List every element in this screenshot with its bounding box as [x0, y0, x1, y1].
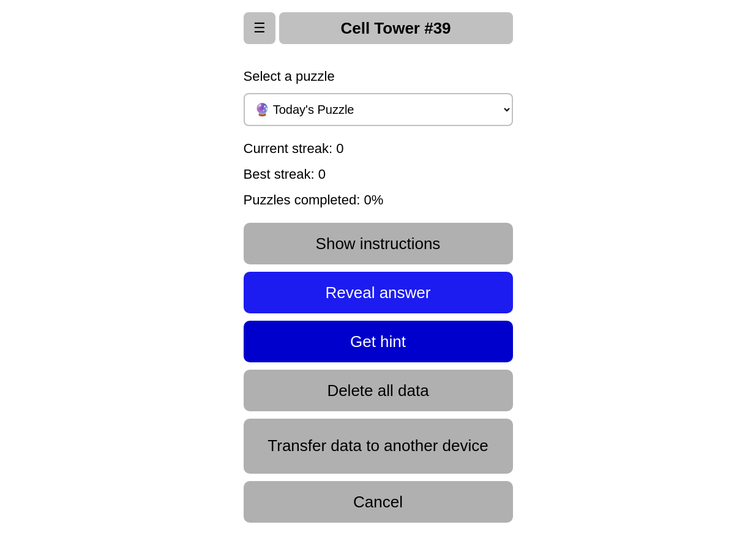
- select-puzzle-label: Select a puzzle: [244, 69, 335, 84]
- page-container: ☰ Cell Tower #39 Select a puzzle 🔮 Today…: [0, 6, 756, 529]
- puzzles-completed-value: 0%: [364, 192, 383, 207]
- delete-all-data-label: Delete all data: [327, 381, 429, 400]
- cancel-button[interactable]: Cancel: [244, 481, 513, 523]
- menu-button[interactable]: ☰: [244, 12, 275, 44]
- best-streak-stat: Best streak: 0: [244, 166, 326, 182]
- buttons-area: Show instructions Reveal answer Get hint…: [244, 223, 513, 523]
- hamburger-icon: ☰: [253, 20, 266, 36]
- app-title: Cell Tower #39: [340, 19, 451, 38]
- transfer-data-button[interactable]: Transfer data to another device: [244, 419, 513, 474]
- current-streak-value: 0: [336, 141, 343, 156]
- title-button[interactable]: Cell Tower #39: [279, 12, 513, 44]
- get-hint-label: Get hint: [350, 332, 406, 351]
- content-area: Select a puzzle 🔮 Today's Puzzle Current…: [244, 69, 513, 523]
- best-streak-label: Best streak:: [244, 166, 315, 182]
- current-streak-label: Current streak:: [244, 141, 333, 156]
- reveal-answer-label: Reveal answer: [326, 283, 431, 302]
- reveal-answer-button[interactable]: Reveal answer: [244, 272, 513, 313]
- transfer-data-label: Transfer data to another device: [268, 436, 488, 457]
- puzzles-completed-stat: Puzzles completed: 0%: [244, 192, 384, 208]
- delete-all-data-button[interactable]: Delete all data: [244, 370, 513, 411]
- puzzle-select[interactable]: 🔮 Today's Puzzle: [244, 93, 513, 126]
- show-instructions-button[interactable]: Show instructions: [244, 223, 513, 264]
- cancel-label: Cancel: [353, 493, 403, 512]
- get-hint-button[interactable]: Get hint: [244, 321, 513, 362]
- best-streak-value: 0: [318, 166, 326, 182]
- header-row: ☰ Cell Tower #39: [244, 12, 513, 44]
- show-instructions-label: Show instructions: [316, 234, 441, 253]
- puzzles-completed-label: Puzzles completed:: [244, 192, 361, 207]
- current-streak-stat: Current streak: 0: [244, 141, 344, 157]
